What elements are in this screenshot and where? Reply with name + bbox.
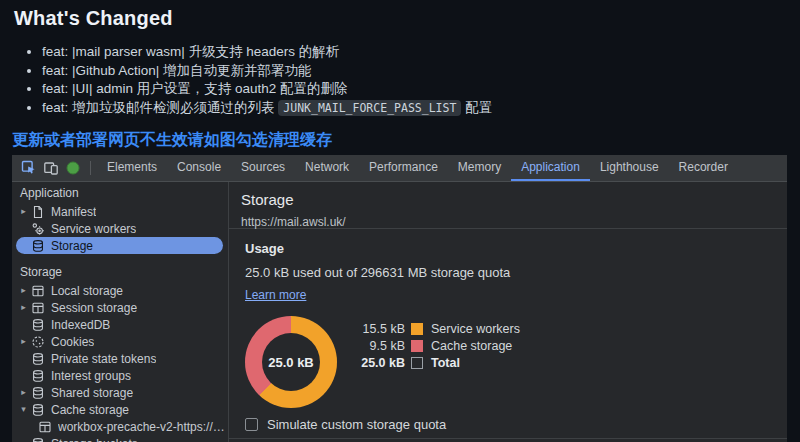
cache-storage-swatch <box>411 340 423 352</box>
simulate-quota-label: Simulate custom storage quota <box>267 417 446 432</box>
database-icon <box>31 386 45 400</box>
page: What's Changed feat: |mail parser wasm| … <box>0 0 800 442</box>
tab-sources[interactable]: Sources <box>231 155 295 181</box>
devtools-tabs: Elements Console Sources Network Perform… <box>97 155 738 181</box>
sidebar-item-private-state-tokens[interactable]: Private state tokens <box>12 350 228 367</box>
devtools-window: Elements Console Sources Network Perform… <box>12 155 787 442</box>
simulate-quota-row: Simulate custom storage quota <box>245 417 771 432</box>
sidebar-section-storage: Storage <box>12 264 228 280</box>
chevron-right-icon[interactable]: ▸ <box>17 203 30 220</box>
sidebar-section-application: Application <box>12 185 228 201</box>
donut-center-label: 25.0 kB <box>268 355 314 370</box>
usage-summary: 25.0 kB used out of 296631 MB storage qu… <box>245 265 771 280</box>
device-toolbar-icon[interactable] <box>40 157 62 179</box>
tab-console[interactable]: Console <box>167 155 231 181</box>
simulate-quota-checkbox[interactable] <box>245 418 258 431</box>
sidebar-item-interest-groups[interactable]: Interest groups <box>12 367 228 384</box>
database-icon <box>31 318 45 332</box>
total-swatch <box>411 357 423 369</box>
legend-row-service-workers: 15.5 kB Service workers <box>339 320 520 337</box>
table-icon <box>31 301 45 315</box>
changelog-item: feat: |mail parser wasm| 升级支持 headers 的解… <box>42 43 786 62</box>
cookie-icon <box>31 335 45 349</box>
database-icon <box>31 352 45 366</box>
sidebar-item-indexeddb[interactable]: IndexedDB <box>12 316 228 333</box>
service-workers-swatch <box>411 323 423 335</box>
tab-elements[interactable]: Elements <box>97 155 167 181</box>
tab-performance[interactable]: Performance <box>359 155 448 181</box>
code-badge: JUNK_MAIL_FORCE_PASS_LIST <box>278 100 461 116</box>
sidebar-item-storage[interactable]: Storage <box>16 237 223 254</box>
chevron-right-icon[interactable]: ▸ <box>17 299 30 316</box>
database-icon <box>31 369 45 383</box>
section-divider <box>229 438 787 439</box>
usage-chart: 25.0 kB 15.5 kB Service workers 9.5 kB <box>245 316 771 408</box>
extension-icon[interactable] <box>62 157 84 179</box>
changelog-item: feat: |UI| admin 用户设置，支持 oauth2 配置的删除 <box>42 80 786 99</box>
tab-lighthouse[interactable]: Lighthouse <box>590 155 669 181</box>
document-icon <box>31 205 45 219</box>
tab-memory[interactable]: Memory <box>448 155 511 181</box>
storage-panel-title: Storage <box>241 191 775 208</box>
legend-row-total: 25.0 kB Total <box>339 354 520 371</box>
sidebar-item-manifest[interactable]: ▸ Manifest <box>12 203 228 220</box>
table-icon <box>31 284 45 298</box>
sidebar-item-storage-buckets[interactable]: Storage buckets <box>12 435 228 442</box>
changelog-list: feat: |mail parser wasm| 升级支持 headers 的解… <box>42 43 786 117</box>
inspect-element-icon[interactable] <box>18 157 40 179</box>
application-sidebar: Application ▸ Manifest Service wor <box>12 182 229 442</box>
changelog-item: feat: |Github Action| 增加自动更新并部署功能 <box>42 62 786 81</box>
sidebar-item-shared-storage[interactable]: ▸ Shared storage <box>12 384 228 401</box>
devtools-content: Application ▸ Manifest Service wor <box>12 182 787 442</box>
page-title: What's Changed <box>14 7 786 30</box>
chevron-right-icon[interactable]: ▸ <box>17 333 30 350</box>
database-icon <box>31 239 45 253</box>
tab-network[interactable]: Network <box>295 155 359 181</box>
sidebar-item-session-storage[interactable]: ▸ Session storage <box>12 299 228 316</box>
chevron-down-icon[interactable]: ▾ <box>17 401 30 418</box>
chevron-right-icon[interactable]: ▸ <box>17 384 30 401</box>
usage-legend: 15.5 kB Service workers 9.5 kB Cache sto… <box>339 320 520 408</box>
toolbar-separator <box>90 161 91 175</box>
origin-url: https://mail.awsl.uk/ <box>241 215 775 229</box>
changelog-section: What's Changed feat: |mail parser wasm| … <box>0 0 800 151</box>
sidebar-item-workbox-precache[interactable]: workbox-precache-v2-https://mai… <box>12 418 228 435</box>
database-icon <box>31 437 45 442</box>
cache-notice: 更新或者部署网页不生效请如图勾选清理缓存 <box>12 130 786 151</box>
table-icon <box>38 420 52 434</box>
database-icon <box>31 403 45 417</box>
chevron-right-icon[interactable]: ▸ <box>17 282 30 299</box>
usage-section: Usage 25.0 kB used out of 296631 MB stor… <box>229 229 787 432</box>
tab-recorder[interactable]: Recorder <box>669 155 738 181</box>
gears-icon <box>31 222 45 236</box>
learn-more-link[interactable]: Learn more <box>245 288 306 302</box>
devtools-toolbar: Elements Console Sources Network Perform… <box>12 155 787 182</box>
sidebar-item-cache-storage[interactable]: ▾ Cache storage <box>12 401 228 418</box>
sidebar-item-service-workers[interactable]: Service workers <box>12 220 228 237</box>
usage-heading: Usage <box>245 241 771 256</box>
changelog-item: feat: 增加垃圾邮件检测必须通过的列表 JUNK_MAIL_FORCE_PA… <box>42 99 786 118</box>
tab-application[interactable]: Application <box>511 155 590 181</box>
sidebar-item-cookies[interactable]: ▸ Cookies <box>12 333 228 350</box>
legend-row-cache-storage: 9.5 kB Cache storage <box>339 337 520 354</box>
storage-panel: Storage https://mail.awsl.uk/ Usage 25.0… <box>229 182 787 442</box>
usage-donut: 25.0 kB <box>245 316 337 408</box>
sidebar-item-local-storage[interactable]: ▸ Local storage <box>12 282 228 299</box>
